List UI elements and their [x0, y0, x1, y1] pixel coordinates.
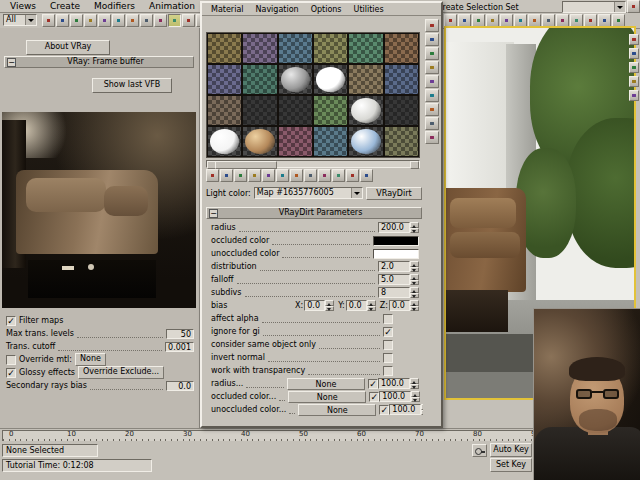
material-slot[interactable]: [278, 64, 313, 95]
option-button[interactable]: Override Exclude...: [78, 366, 164, 379]
checkbox[interactable]: ✓: [383, 327, 393, 337]
bind-spacewarp-icon[interactable]: [98, 14, 111, 27]
named-selection-sets-icon[interactable]: [627, 0, 640, 13]
material-slot[interactable]: [348, 64, 383, 95]
material-slot[interactable]: [242, 64, 277, 95]
put-material-icon[interactable]: [220, 169, 233, 182]
make-material-copy-icon[interactable]: [262, 169, 275, 182]
spinner-value[interactable]: 0.0: [389, 300, 410, 311]
background-icon[interactable]: [425, 47, 439, 60]
window-crossing-icon[interactable]: [154, 14, 167, 27]
chevron-down-icon[interactable]: [614, 2, 625, 12]
key-icon[interactable]: [472, 444, 487, 457]
select-by-name-icon[interactable]: [126, 14, 139, 27]
mat-menu-options[interactable]: Options: [306, 4, 347, 15]
menu-views[interactable]: Views: [4, 0, 42, 12]
show-end-result-icon[interactable]: [332, 169, 345, 182]
redo-icon[interactable]: [56, 14, 69, 27]
spinner-value[interactable]: 2.0: [378, 261, 410, 272]
collapse-icon[interactable]: −: [209, 209, 218, 218]
material-id-channel-icon[interactable]: [304, 169, 317, 182]
menu-create[interactable]: Create: [44, 0, 86, 12]
material-slot[interactable]: [242, 126, 277, 157]
spinner-value[interactable]: 5.0: [378, 274, 410, 285]
material-editor-options-icon[interactable]: [425, 103, 439, 116]
go-to-parent-icon[interactable]: [346, 169, 359, 182]
color-swatch[interactable]: [373, 236, 419, 246]
video-color-check-icon[interactable]: [425, 75, 439, 88]
spinner-value[interactable]: 8: [378, 287, 410, 298]
reset-map-icon[interactable]: [248, 169, 261, 182]
selection-filter-dropdown[interactable]: All: [3, 14, 37, 26]
select-object-icon[interactable]: [112, 14, 125, 27]
rect-selection-region-icon[interactable]: [140, 14, 153, 27]
option-button[interactable]: None: [75, 353, 106, 366]
checkbox[interactable]: [383, 340, 393, 350]
material-slot[interactable]: [313, 95, 348, 126]
checkbox[interactable]: [383, 314, 393, 324]
material-slot[interactable]: [207, 64, 242, 95]
show-map-in-viewport-icon[interactable]: [318, 169, 331, 182]
material-slot[interactable]: [242, 33, 277, 64]
map-slot-button[interactable]: None: [288, 391, 366, 403]
material-slot[interactable]: [207, 95, 242, 126]
hierarchy-tab-icon[interactable]: [629, 76, 639, 87]
make-unique-icon[interactable]: [276, 169, 289, 182]
map-name-dropdown[interactable]: Map #1635776005: [254, 187, 363, 199]
spinner-down-icon[interactable]: [325, 306, 334, 312]
spinner-value[interactable]: 200.0: [378, 222, 410, 233]
undo-icon[interactable]: [42, 14, 55, 27]
collapse-icon[interactable]: −: [7, 58, 16, 67]
checkbox[interactable]: [383, 353, 393, 363]
spinner-down-icon[interactable]: [410, 293, 419, 299]
map-slot-button[interactable]: None: [287, 378, 365, 390]
show-last-vfb-button[interactable]: Show last VFB: [92, 78, 172, 93]
menu-modifiers[interactable]: Modifiers: [88, 0, 141, 12]
backlight-icon[interactable]: [425, 33, 439, 46]
material-slot[interactable]: [242, 95, 277, 126]
material-slot[interactable]: [384, 33, 419, 64]
mat-menu-utilities[interactable]: Utilities: [349, 4, 389, 15]
spinner-value[interactable]: 100.0: [379, 391, 411, 402]
material-slot[interactable]: [313, 64, 348, 95]
chevron-down-icon[interactable]: [25, 15, 36, 25]
mat-menu-material[interactable]: Material: [206, 4, 249, 15]
spinner-down-icon[interactable]: [410, 306, 419, 312]
select-by-material-icon[interactable]: [425, 117, 439, 130]
menu-animation[interactable]: Animation: [143, 0, 201, 12]
unlink-icon[interactable]: [84, 14, 97, 27]
spinner-down-icon[interactable]: [410, 280, 419, 286]
go-forward-to-sibling-icon[interactable]: [360, 169, 373, 182]
material-slot[interactable]: [313, 126, 348, 157]
min-panel-icon[interactable]: [629, 34, 639, 45]
slot-scrollbar[interactable]: [206, 160, 420, 168]
checkbox[interactable]: ✓: [369, 392, 379, 402]
spinner-value[interactable]: 0.0: [346, 300, 367, 311]
sample-type-icon[interactable]: [425, 19, 439, 32]
mat-menu-navigation[interactable]: Navigation: [251, 4, 304, 15]
checkbox[interactable]: ✓: [379, 405, 389, 415]
material-slot[interactable]: [348, 33, 383, 64]
material-slot[interactable]: [348, 95, 383, 126]
get-material-icon[interactable]: [206, 169, 219, 182]
material-slot[interactable]: [384, 95, 419, 126]
sample-uv-tiling-icon[interactable]: [425, 61, 439, 74]
spinner-value[interactable]: 100.0: [389, 404, 421, 415]
set-key-button[interactable]: Set Key: [490, 458, 532, 472]
material-slot[interactable]: [384, 64, 419, 95]
scrollbar-thumb[interactable]: [215, 161, 277, 169]
spinner-down-icon[interactable]: [367, 306, 376, 312]
about-vray-button[interactable]: About VRay: [26, 40, 110, 55]
checkbox[interactable]: ✓: [6, 368, 16, 378]
spinner-value[interactable]: 0.0: [304, 300, 325, 311]
material-slot[interactable]: [278, 33, 313, 64]
chevron-down-icon[interactable]: [351, 188, 362, 198]
spinner-down-icon[interactable]: [410, 384, 419, 390]
checkbox[interactable]: [383, 366, 393, 376]
spinner-down-icon[interactable]: [410, 267, 419, 273]
checkbox[interactable]: [6, 355, 16, 365]
material-slot[interactable]: [313, 33, 348, 64]
vraydirt-rollout[interactable]: − VRayDirt Parameters: [206, 207, 422, 219]
map-type-button[interactable]: VRayDirt: [366, 187, 422, 200]
checkbox[interactable]: ✓: [368, 379, 378, 389]
